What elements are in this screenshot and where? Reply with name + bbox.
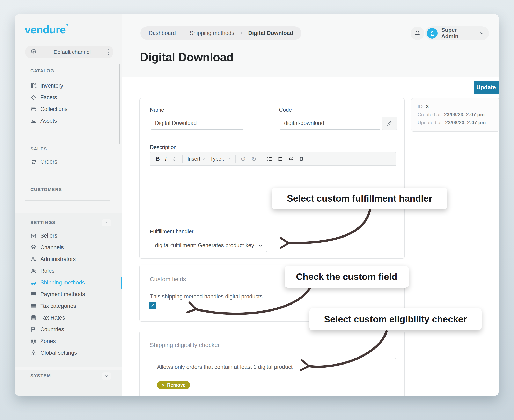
bullet-list-icon[interactable] <box>267 156 272 162</box>
sidebar-item-inventory[interactable]: Inventory <box>31 82 63 89</box>
close-icon: ✕ <box>161 383 165 388</box>
calculator-icon <box>31 315 37 321</box>
breadcrumb-current: Digital Download <box>248 30 293 36</box>
toolbar-divider <box>261 155 262 163</box>
update-button[interactable]: Update <box>474 81 499 94</box>
callout-eligibility-checker: Select custom eligibility checker <box>309 308 482 330</box>
channel-switcher[interactable]: Default channel <box>25 46 114 58</box>
collapse-settings-button[interactable] <box>102 219 111 226</box>
channel-label: Default channel <box>37 49 107 55</box>
digital-products-checkbox[interactable]: ✓ <box>149 302 156 309</box>
vendure-logo: vendure <box>25 23 68 36</box>
sidebar-item-shipping-methods[interactable]: Shipping methods <box>31 279 85 286</box>
avatar <box>427 28 437 39</box>
divider <box>150 376 396 376</box>
ordered-list-icon[interactable] <box>277 156 283 162</box>
tag-icon <box>31 94 37 100</box>
sidebar-item-sellers[interactable]: Sellers <box>31 232 57 239</box>
breadcrumb: Dashboard Shipping methods Digital Downl… <box>140 26 301 40</box>
redo-button[interactable]: ↻ <box>251 155 257 163</box>
bold-button[interactable]: B <box>155 156 160 162</box>
link-icon[interactable] <box>172 156 177 162</box>
eligibility-description: Allows only orders that contain at least… <box>157 358 292 376</box>
user-gear-icon <box>31 256 37 262</box>
sidebar-item-countries[interactable]: Countries <box>31 326 64 333</box>
italic-button[interactable]: I <box>165 156 167 162</box>
channel-menu-icon[interactable] <box>107 49 109 55</box>
header-band <box>122 14 499 77</box>
editor-toolbar: B I Insert Type... ↺ <box>150 152 396 166</box>
folder-icon <box>31 106 37 112</box>
image-icon <box>31 118 37 124</box>
chevron-right-icon <box>239 31 243 35</box>
name-input[interactable] <box>150 117 245 130</box>
sidebar-item-payment-methods[interactable]: Payment methods <box>31 291 85 298</box>
sidebar-item-orders[interactable]: Orders <box>31 158 57 165</box>
meta-updated: Updated at: 23/08/23, 2:07 pm <box>418 120 493 126</box>
blockquote-icon[interactable] <box>288 156 294 162</box>
section-system: SYSTEM <box>31 373 51 378</box>
sidebar-item-tax-categories[interactable]: Tax categories <box>31 302 76 309</box>
sidebar-item-administrators[interactable]: Administrators <box>31 256 76 262</box>
sidebar-item-facets[interactable]: Facets <box>31 94 57 101</box>
breadcrumb-shipping-methods[interactable]: Shipping methods <box>190 30 234 36</box>
undo-button[interactable]: ↺ <box>241 155 246 163</box>
custom-fields-title: Custom fields <box>150 276 186 283</box>
globe-icon <box>31 338 37 344</box>
gear-icon <box>31 350 37 356</box>
expand-system-button[interactable] <box>102 372 111 380</box>
sidebar-item-roles[interactable]: Roles <box>31 267 54 274</box>
breadcrumb-dashboard[interactable]: Dashboard <box>149 30 176 36</box>
chevron-down-icon <box>104 373 109 379</box>
layers-icon <box>31 244 37 250</box>
sidebar-item-tax-rates[interactable]: Tax Rates <box>31 314 65 321</box>
chevron-down-icon <box>479 31 484 36</box>
user-menu[interactable]: Super Admin <box>425 26 489 40</box>
layers-icon <box>31 48 37 56</box>
name-label: Name <box>150 107 164 113</box>
sidebar-item-global-settings[interactable]: Global settings <box>31 349 77 356</box>
storefront-icon <box>31 232 37 239</box>
bell-icon <box>414 30 421 37</box>
chevron-down-icon <box>202 158 205 161</box>
eligibility-checker-card: Shipping eligibility checker Allows only… <box>139 331 405 396</box>
page-background: vendure Default channel CATALOG Inventor… <box>0 0 514 420</box>
type-menu[interactable]: Type... <box>210 156 230 162</box>
detail-form-card: Name Code Description B I <box>139 98 405 259</box>
toolbar-divider <box>235 155 236 163</box>
section-settings: SETTINGS <box>31 220 55 225</box>
section-catalog: CATALOG <box>31 68 54 74</box>
sidebar-item-zones[interactable]: Zones <box>31 338 56 345</box>
chevron-right-icon <box>181 31 185 35</box>
description-label: Description <box>150 144 176 150</box>
sidebar-item-channels[interactable]: Channels <box>31 244 64 251</box>
sidebar: vendure Default channel CATALOG Inventor… <box>15 14 122 396</box>
sidebar-item-collections[interactable]: Collections <box>31 106 68 112</box>
eligibility-checker-box: Allows only orders that contain at least… <box>150 358 396 396</box>
sidebar-scrollbar[interactable] <box>119 64 120 144</box>
flag-icon <box>31 326 37 332</box>
digital-products-field-label: This shipping method handles digital pro… <box>150 293 262 300</box>
app-window: vendure Default channel CATALOG Inventor… <box>15 14 499 396</box>
remove-checker-button[interactable]: ✕ Remove <box>157 381 190 389</box>
pencil-icon <box>386 120 393 126</box>
check-icon: ✓ <box>151 302 155 308</box>
inventory-icon <box>31 82 37 89</box>
section-sales: SALES <box>31 146 47 152</box>
code-label: Code <box>279 107 292 113</box>
page-title: Digital Download <box>140 50 233 64</box>
fulfillment-handler-select[interactable]: digital-fulfillment: Generates product k… <box>150 239 267 252</box>
users-icon <box>31 268 37 274</box>
callout-custom-field: Check the custom field <box>284 266 409 288</box>
notifications-button[interactable] <box>411 27 424 40</box>
sidebar-item-assets[interactable]: Assets <box>31 117 57 124</box>
truck-icon <box>31 279 37 286</box>
edit-code-button[interactable] <box>382 117 397 130</box>
code-input[interactable] <box>279 117 381 130</box>
insert-menu[interactable]: Insert <box>187 156 205 162</box>
entity-meta-panel: ID: 3 Created at: 23/08/23, 2:07 pm Upda… <box>411 98 499 132</box>
callout-fulfillment-handler: Select custom fulfillment handler <box>272 188 447 209</box>
block-icon[interactable] <box>299 156 304 162</box>
meta-id: ID: 3 <box>418 104 493 110</box>
fulfillment-handler-label: Fulfillment handler <box>150 228 193 235</box>
